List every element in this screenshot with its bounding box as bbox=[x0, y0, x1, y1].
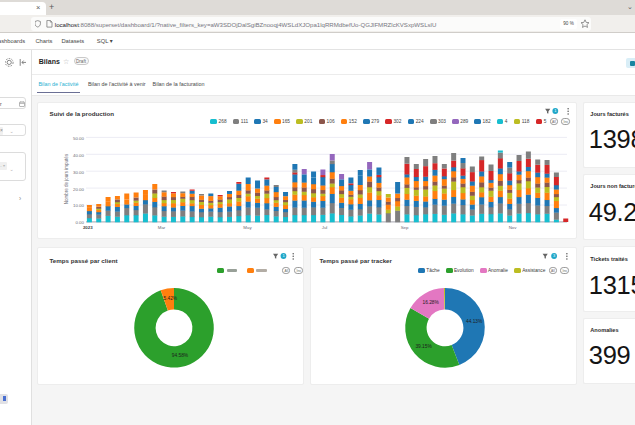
svg-text:40.00: 40.00 bbox=[73, 153, 85, 158]
svg-text:Jul: Jul bbox=[322, 225, 328, 230]
svg-text:20.00: 20.00 bbox=[73, 187, 85, 192]
svg-text:Nov: Nov bbox=[509, 225, 518, 230]
svg-text:30.00: 30.00 bbox=[73, 170, 85, 175]
svg-text:Mar: Mar bbox=[158, 225, 166, 230]
svg-text:50.00: 50.00 bbox=[73, 136, 85, 141]
svg-text:May: May bbox=[243, 225, 252, 230]
svg-text:10.00: 10.00 bbox=[73, 203, 85, 208]
svg-text:Nombre de jours imputés: Nombre de jours imputés bbox=[64, 153, 69, 204]
svg-text:Sep: Sep bbox=[401, 225, 409, 230]
svg-text:2023: 2023 bbox=[83, 225, 93, 230]
